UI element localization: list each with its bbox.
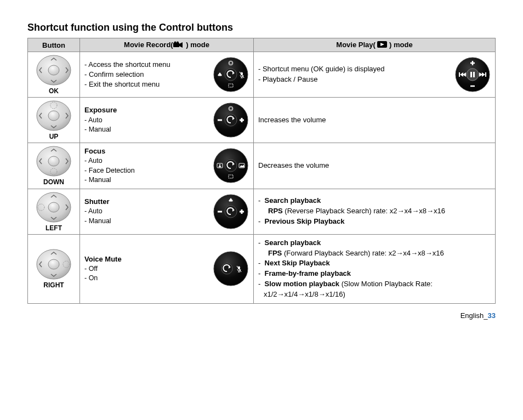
section-title: Shortcut function using the Control butt… xyxy=(27,22,496,33)
right-label: RIGHT xyxy=(29,281,78,289)
header-record: Movie Record( ) mode xyxy=(80,38,254,52)
down-play-text: Decreases the volume xyxy=(258,161,491,171)
ok-play-text: - Shortcut menu (OK guide) is displayed … xyxy=(258,64,449,85)
svg-rect-15 xyxy=(473,72,475,77)
play-mode-icon xyxy=(377,41,387,49)
page-footer: English_33 xyxy=(27,311,496,320)
svg-point-5 xyxy=(48,65,59,75)
row-ok: OK - Access the shortcut menu - Confirm … xyxy=(28,52,496,98)
svg-point-40 xyxy=(48,202,59,212)
left-pad-icon xyxy=(36,191,72,223)
osd-ok-play-icon xyxy=(454,56,491,93)
svg-point-1 xyxy=(174,42,176,44)
svg-point-2 xyxy=(177,42,179,44)
row-down: DOWN Focus - Auto - Face Detection - Man… xyxy=(28,143,496,189)
svg-rect-0 xyxy=(173,43,179,47)
osd-ok-record-icon xyxy=(213,56,249,93)
row-left: LEFT Shutter - Auto - Manual xyxy=(28,189,496,234)
svg-rect-20 xyxy=(485,72,486,77)
osd-up-record-icon xyxy=(213,102,249,138)
svg-point-13 xyxy=(467,69,479,81)
up-pad-icon xyxy=(36,100,72,132)
down-pad-icon xyxy=(36,145,72,177)
row-up: UP Exposure - Auto - Manual xyxy=(28,98,496,143)
up-record-text: Exposure - Auto - Manual xyxy=(84,105,207,134)
left-record-text: Shutter - Auto - Manual xyxy=(84,197,207,226)
up-play-text: Increases the volume xyxy=(258,115,491,126)
osd-left-record-icon xyxy=(213,194,249,230)
shortcut-table: Button Movie Record( ) mode Movie Play( … xyxy=(27,38,496,304)
header-button: Button xyxy=(28,38,80,52)
osd-down-record-icon xyxy=(213,147,249,184)
down-record-text: Focus - Auto - Face Detection - Manual xyxy=(84,146,207,185)
ok-label: OK xyxy=(29,87,78,95)
ok-record-text: - Access the shortcut menu - Confirm sel… xyxy=(84,60,207,90)
up-label: UP xyxy=(29,133,78,140)
svg-rect-14 xyxy=(470,72,472,77)
camcorder-icon xyxy=(173,41,184,49)
right-play-text: - Search playback FPS (Forward Playback … xyxy=(258,238,491,300)
left-label: LEFT xyxy=(29,224,78,232)
right-pad-icon xyxy=(36,248,72,280)
svg-rect-19 xyxy=(459,72,460,77)
right-record-text: Voice Mute - Off - On xyxy=(84,254,207,283)
left-play-text: - Search playback RPS (Reverse Playback … xyxy=(258,196,491,227)
osd-right-record-icon xyxy=(213,251,249,287)
svg-point-36 xyxy=(219,164,221,166)
ok-pad-icon xyxy=(36,54,72,86)
row-right: RIGHT Voice Mute - Off - On xyxy=(28,234,496,303)
svg-point-48 xyxy=(48,259,59,269)
down-label: DOWN xyxy=(29,178,78,186)
svg-point-22 xyxy=(48,111,59,121)
svg-point-31 xyxy=(48,156,59,166)
header-play: Movie Play( ) mode xyxy=(254,38,496,52)
